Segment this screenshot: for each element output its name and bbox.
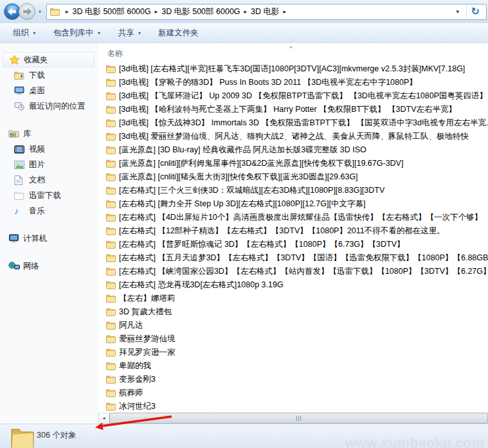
file-name: [左右格式] [舞力全开 Step Up 3D][左右格式][1080P][12… (119, 199, 365, 210)
file-row[interactable]: [左右格式] [三个火三剑侠3D：双城暗战][左右3D格式][1080P][8.… (98, 184, 488, 197)
file-row[interactable]: [蓝光原盘] [3D Blu-ray] 经典收藏作品 阿凡达加长版3碟完整版 3… (98, 143, 488, 157)
file-row[interactable]: [左右格式] 恐龙再现3D[左右格式]1080p 3.19G (98, 278, 488, 292)
breadcrumb-separator-icon[interactable]: ▸ (66, 9, 69, 15)
network-icon (8, 262, 23, 271)
file-row[interactable]: [左右格式] 【峡湾国家公园3D】【左右格式】【站内首发】【迅雷下载】【1080… (98, 265, 488, 278)
toolbar-include-in-library-button[interactable]: 包含到库中▼ (45, 25, 109, 40)
file-row[interactable]: [左右格式] 【4D出屏短片10个】高清画质极度出屏炫耀佳品【迅雷快传】【左右格… (98, 211, 488, 224)
folder-icon (106, 146, 119, 154)
file-row[interactable]: [3d电视] 【穿靴子的猫3D】 Puss In Boots 3D 2011 【… (98, 76, 488, 89)
breadcrumb-segment[interactable]: 3D 电影 (251, 6, 279, 17)
toolbar: 组织▼包含到库中▼共享▼新建文件夹 (0, 23, 488, 43)
file-list: ▲ 名称 [3d电视] [左右格式][半宽]狂暴飞车3D[国语]1080P[3D… (98, 43, 488, 424)
file-row[interactable]: [蓝光原盘] [cnliti][猪头逛大街3][快传免权下载][蓝光3D圆盘][… (98, 170, 488, 184)
file-row[interactable]: 冰河世纪3 (98, 400, 488, 413)
file-name: [3d电视] 【惊天战神3D】 Immortals 3D 【免权限迅雷BTPT下… (119, 118, 488, 129)
folder-icon (106, 240, 119, 249)
nav-history-dropdown-icon[interactable]: ▼ (37, 9, 42, 15)
scroll-left-button[interactable]: ◄ (98, 413, 109, 424)
sidebar-item-computer[interactable]: 计算机 (0, 231, 98, 246)
sort-ascending-icon: ▲ (289, 44, 293, 49)
file-name: [3d电视] 爱丽丝梦游仙境、阿凡达、猫狗大战2、诸神之战、美食从天而降、豚鼠特… (119, 131, 469, 142)
folder-icon (106, 227, 119, 235)
folder-icon (106, 402, 119, 411)
file-row[interactable]: [蓝光原盘] [cnliti][萨利姆鬼屋事件][3D&2D蓝光原盘][快传免权… (98, 157, 488, 170)
sidebar-item-label: 库 (23, 129, 32, 139)
file-name: 拜见罗宾逊一家 (119, 347, 176, 358)
file-name: 【左右】娜塔莉 (119, 293, 176, 304)
breadcrumb-separator-icon[interactable]: ▸ (244, 9, 248, 15)
file-row[interactable]: 阿凡达 (98, 319, 488, 332)
toolbar-organize-button[interactable]: 组织▼ (5, 25, 45, 40)
sidebar-section-computer: 计算机 (0, 231, 98, 246)
refresh-button[interactable]: ↻ (467, 6, 485, 17)
toolbar-button-label: 新建文件夹 (158, 28, 199, 39)
thumb-grip-icon (300, 416, 301, 421)
sidebar-item-thunder-downloads[interactable]: 迅雷下载 (0, 188, 98, 203)
sidebar-item-network[interactable]: 网络 (0, 258, 98, 274)
library-icon (8, 129, 23, 138)
sidebar-item-music[interactable]: ♪音乐 (0, 203, 98, 219)
file-row[interactable]: 变形金刚3 (98, 373, 488, 386)
file-list-rows: [3d电视] [左右格式][半宽]狂暴飞车3D[国语]1080P[3DTV][A… (98, 62, 488, 413)
sidebar-item-libraries[interactable]: 库 (0, 126, 98, 141)
sidebar-item-label: 下载 (29, 70, 45, 81)
sidebar-item-favorites[interactable]: 收藏夹 (3, 52, 95, 67)
folder-icon (106, 294, 119, 303)
folder-icon (106, 173, 119, 181)
sidebar-section-libraries: 库视频图片文档迅雷下载♪音乐 (0, 126, 98, 219)
toolbar-share-button[interactable]: 共享▼ (109, 25, 150, 40)
file-row[interactable]: [左右格式] [舞力全开 Step Up 3D][左右格式][1080P][12… (98, 197, 488, 211)
file-row[interactable]: [3d电视] 【惊天战神3D】 Immortals 3D 【免权限迅雷BTPT下… (98, 116, 488, 130)
file-row[interactable]: 卑鄙的我 (98, 359, 488, 373)
file-row[interactable]: [3d电视] 爱丽丝梦游仙境、阿凡达、猫狗大战2、诸神之战、美食从天而降、豚鼠特… (98, 130, 488, 143)
main-area: 收藏夹下载桌面最近访问的位置库视频图片文档迅雷下载♪音乐计算机网络 ▲ 名称 [… (0, 43, 488, 424)
sidebar-item-pictures[interactable]: 图片 (0, 157, 98, 172)
sidebar-section-network: 网络 (0, 258, 98, 274)
sidebar-item-videos[interactable]: 视频 (0, 141, 98, 157)
horizontal-scrollbar[interactable]: ◄ (98, 413, 488, 424)
sidebar-item-downloads[interactable]: 下载 (0, 67, 98, 83)
file-row[interactable]: 3D 賀歲大禮包 (98, 305, 488, 319)
folder-icon (106, 105, 119, 114)
breadcrumb-segment[interactable]: 3D 电影 500部 6000G (161, 6, 240, 17)
column-header-name[interactable]: ▲ 名称 (98, 43, 488, 62)
file-name: [左右格式] 恐龙再现3D[左右格式]1080p 3.19G (119, 280, 284, 291)
file-row[interactable]: 殡葬师 (98, 386, 488, 400)
breadcrumb-separator-icon[interactable]: ▸ (155, 9, 158, 15)
breadcrumb-segment[interactable]: 3D 电影 500部 6000G (72, 6, 150, 17)
recent-places-icon (14, 102, 29, 111)
forward-button[interactable] (18, 3, 36, 21)
sidebar-item-documents[interactable]: 文档 (0, 172, 98, 188)
file-row[interactable]: [左右格式] 【普罗旺斯惊魂记 3D】【左右格式】【1080P】【6.73G】【… (98, 238, 488, 251)
toolbar-new-folder-button[interactable]: 新建文件夹 (150, 25, 207, 40)
file-name: 变形金刚3 (119, 374, 156, 385)
toolbar-button-label: 包含到库中 (53, 28, 94, 39)
file-name: [左右格式] [三个火三剑侠3D：双城暗战][左右3D格式][1080P][8.… (119, 185, 384, 196)
file-row[interactable]: 【左右】娜塔莉 (98, 292, 488, 305)
sidebar-item-recent-places[interactable]: 最近访问的位置 (0, 98, 98, 114)
file-name: [左右格式] 【峡湾国家公园3D】【左右格式】【站内首发】【迅雷下载】【1080… (119, 266, 488, 277)
file-row[interactable]: [左右格式] 【12部种子精选】【左右格式】【3DTV】【1080P】2011不… (98, 224, 488, 238)
sidebar-item-label: 图片 (29, 159, 45, 170)
file-name: [3d电视] 【哈利波特与死亡圣器上下两集】 Harry Potter 【免权限… (119, 104, 456, 115)
file-row[interactable]: 拜见罗宾逊一家 (98, 346, 488, 359)
file-row[interactable]: [3d电视] 【飞屋环游记】 Up 2009 3D 【免权限BTPT迅雷下载】 … (98, 89, 488, 103)
sidebar-section-favorites: 收藏夹下载桌面最近访问的位置 (0, 52, 98, 114)
breadcrumb-separator-icon[interactable]: ▸ (284, 9, 287, 15)
file-name: [蓝光原盘] [3D Blu-ray] 经典收藏作品 阿凡达加长版3碟完整版 3… (119, 145, 366, 156)
address-dropdown-button[interactable]: ▼ (449, 9, 466, 15)
pictures-icon (14, 161, 29, 169)
file-row[interactable]: [3d电视] [左右格式][半宽]狂暴飞车3D[国语]1080P[3DTV][A… (98, 62, 488, 76)
file-row[interactable]: [左右格式] 【五月天追梦3D】【左右格式】【3DTV】【国语】【迅雷免权限下载… (98, 251, 488, 265)
hscroll-thumb[interactable] (109, 413, 488, 424)
toolbar-button-label: 共享 (118, 28, 134, 39)
file-row[interactable]: 爱丽丝梦游仙境 (98, 332, 488, 346)
file-row[interactable]: [3d电视] 【哈利波特与死亡圣器上下两集】 Harry Potter 【免权限… (98, 103, 488, 116)
file-name: [3d电视] 【飞屋环游记】 Up 2009 3D 【免权限BTPT迅雷下载】 … (119, 91, 487, 102)
folder-icon (106, 348, 119, 357)
dropdown-caret-icon: ▼ (96, 31, 101, 35)
sidebar-item-label: 网络 (23, 261, 39, 272)
address-bar[interactable]: ▸3D 电影 500部 6000G▸3D 电影 500部 6000G▸3D 电影… (46, 4, 487, 20)
sidebar-item-desktop[interactable]: 桌面 (0, 83, 98, 98)
